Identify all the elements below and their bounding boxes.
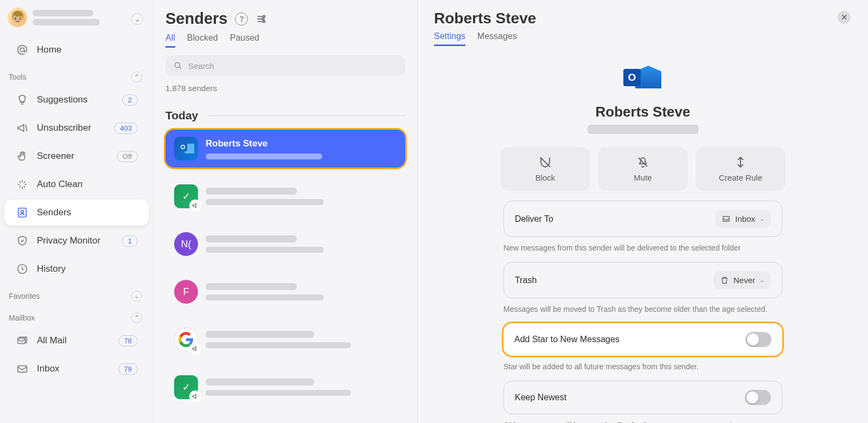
svg-point-8 — [263, 20, 265, 22]
inbox-icon — [722, 214, 731, 223]
avatar: 👦🏼 — [8, 8, 27, 27]
add-star-row: Add Star to New Messages — [503, 323, 782, 356]
search-icon — [173, 61, 183, 70]
svg-point-0 — [20, 48, 24, 52]
detail-tabs: Settings Messages — [434, 31, 852, 46]
trash-help: Messages will be moved to Trash as they … — [503, 305, 782, 313]
trash-icon — [720, 275, 729, 285]
group-today: Today — [165, 109, 405, 122]
rule-icon — [734, 156, 747, 169]
deliver-to-select[interactable]: Inbox ⌄ — [715, 210, 771, 228]
tab-paused[interactable]: Paused — [230, 33, 259, 48]
megaphone-icon — [189, 390, 201, 402]
at-icon — [15, 43, 29, 57]
sender-email-redacted — [588, 125, 699, 134]
hand-icon — [15, 149, 29, 163]
sidebar-item-suggestions[interactable]: Suggestions 2 — [4, 87, 149, 113]
svg-point-9 — [175, 62, 180, 67]
shield-icon — [15, 234, 29, 248]
initial-avatar: F — [174, 280, 198, 304]
block-button[interactable]: Block — [500, 147, 590, 191]
contacts-icon — [15, 206, 29, 220]
sidebar-item-home[interactable]: Home — [4, 37, 149, 63]
keep-newest-row: Keep Newest — [503, 381, 782, 414]
deliver-help: New messages from this sender will be de… — [503, 243, 782, 252]
sender-row[interactable]: F — [165, 273, 405, 311]
sender-row[interactable] — [165, 177, 405, 215]
chevron-down-icon: ⌄ — [760, 215, 764, 222]
megaphone-off-icon — [15, 121, 29, 135]
badge: 403 — [114, 123, 138, 134]
deliver-to-row: Deliver To Inbox ⌄ — [503, 201, 782, 237]
sender-row[interactable]: N( — [165, 225, 405, 263]
add-star-toggle[interactable] — [745, 332, 771, 347]
search-input[interactable]: Search — [165, 55, 405, 76]
page-title: Senders — [165, 10, 227, 28]
trash-row: Trash Never ⌄ — [503, 262, 782, 298]
keep-newest-toggle[interactable] — [745, 390, 771, 405]
sender-count: 1,878 senders — [165, 84, 405, 93]
filter-button[interactable] — [256, 13, 267, 25]
sender-row[interactable] — [165, 368, 405, 406]
mute-icon — [636, 156, 649, 169]
chevron-down-icon: ⌄ — [760, 277, 764, 284]
sidebar-item-unsubscriber[interactable]: Unsubscriber 403 — [4, 115, 149, 141]
account-email-redacted — [33, 19, 100, 25]
filter-tabs: All Blocked Paused — [165, 33, 405, 48]
megaphone-icon — [189, 343, 201, 355]
app-icon — [174, 184, 198, 208]
account-name-redacted — [33, 10, 93, 16]
close-button[interactable]: ✕ — [838, 11, 851, 24]
sparkle-icon — [15, 177, 29, 191]
svg-rect-4 — [18, 338, 25, 343]
account-switcher[interactable]: 👦🏼 ⌄ — [0, 5, 153, 36]
svg-point-6 — [263, 15, 265, 17]
clock-icon — [15, 262, 29, 276]
trash-select[interactable]: Never ⌄ — [713, 271, 771, 289]
sidebar-item-allmail[interactable]: All Mail 78 — [4, 328, 149, 354]
outlook-icon: O — [624, 59, 661, 96]
sidebar-item-senders[interactable]: Senders — [4, 200, 149, 226]
tab-messages[interactable]: Messages — [477, 31, 517, 46]
sidebar: 👦🏼 ⌄ Home Tools ⌃ Suggestions 2 Unsubscr… — [0, 0, 154, 423]
sender-row-roberts[interactable]: Roberts Steve — [165, 130, 405, 168]
create-rule-button[interactable]: Create Rule — [695, 147, 786, 191]
chevron-down-icon[interactable]: ⌄ — [131, 291, 142, 302]
sidebar-item-autoclean[interactable]: Auto Clean — [4, 171, 149, 197]
chevron-up-icon[interactable]: ⌃ — [131, 312, 142, 323]
section-favorites[interactable]: Favorites ⌄ — [0, 283, 153, 305]
badge: 1 — [122, 235, 138, 247]
sender-sub-redacted — [206, 153, 322, 159]
sidebar-item-screener[interactable]: Screener Off — [4, 143, 149, 169]
svg-point-2 — [21, 210, 24, 213]
block-icon — [539, 156, 552, 169]
sidebar-label: Home — [37, 44, 61, 55]
sidebar-item-history[interactable]: History — [4, 256, 149, 282]
tab-all[interactable]: All — [165, 33, 175, 48]
sender-name: Roberts Steve — [206, 138, 397, 149]
badge: 79 — [118, 363, 138, 375]
megaphone-icon — [189, 200, 201, 211]
sender-row[interactable] — [165, 321, 405, 358]
section-tools[interactable]: Tools ⌃ — [0, 64, 153, 86]
sidebar-item-privacy[interactable]: Privacy Monitor 1 — [4, 228, 149, 254]
section-mailbox[interactable]: Mailbox ⌃ — [0, 305, 153, 326]
help-button[interactable]: ? — [235, 12, 248, 25]
svg-rect-5 — [18, 366, 27, 373]
tab-blocked[interactable]: Blocked — [187, 33, 218, 48]
tab-settings[interactable]: Settings — [434, 31, 465, 46]
star-help: Star will be added to all future message… — [503, 362, 782, 371]
envelope-icon — [15, 362, 29, 376]
badge: 2 — [122, 94, 138, 106]
chevron-down-icon[interactable]: ⌄ — [131, 13, 143, 25]
outlook-icon — [174, 137, 198, 161]
chevron-up-icon[interactable]: ⌃ — [131, 72, 142, 82]
sender-name: Roberts Steve — [596, 104, 691, 120]
envelopes-icon — [15, 334, 29, 348]
badge-off: Off — [117, 151, 138, 162]
sidebar-item-inbox[interactable]: Inbox 79 — [4, 356, 149, 382]
keep-help: Older messages will be moved to Trash wh… — [503, 421, 782, 423]
badge: 78 — [118, 335, 138, 347]
sender-detail-pane: ✕ Roberts Steve Settings Messages O Robe… — [418, 0, 868, 423]
mute-button[interactable]: Mute — [598, 147, 688, 191]
